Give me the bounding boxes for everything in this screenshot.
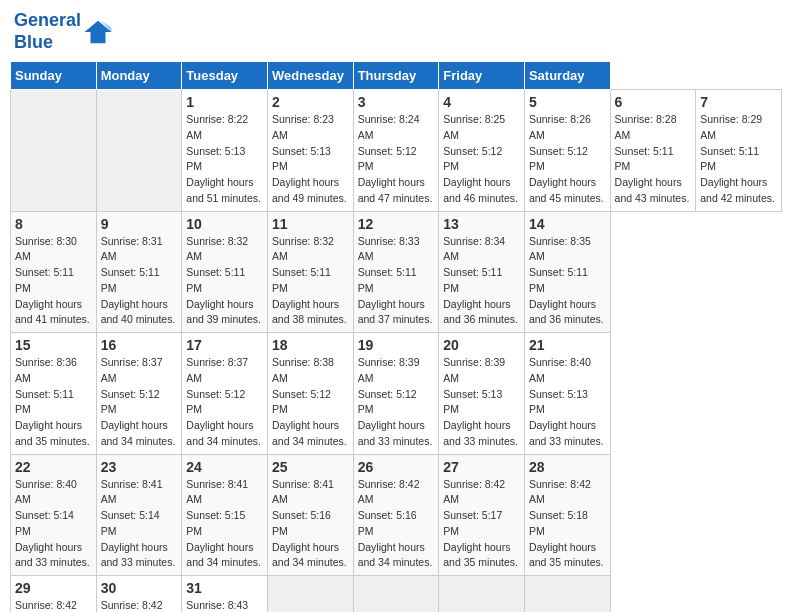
day-info: Sunrise: 8:26 AMSunset: 5:12 PMDaylight … (529, 112, 606, 207)
day-number: 18 (272, 337, 349, 353)
day-cell-7: 7 Sunrise: 8:29 AMSunset: 5:11 PMDayligh… (696, 90, 782, 212)
day-info: Sunrise: 8:30 AMSunset: 5:11 PMDaylight … (15, 234, 92, 329)
day-cell-2: 2 Sunrise: 8:23 AMSunset: 5:13 PMDayligh… (267, 90, 353, 212)
week-row-5: 29 Sunrise: 8:42 AMSunset: 5:19 PMDaylig… (11, 576, 782, 612)
week-row-1: 1 Sunrise: 8:22 AMSunset: 5:13 PMDayligh… (11, 90, 782, 212)
day-number: 8 (15, 216, 92, 232)
day-cell-9: 9 Sunrise: 8:31 AMSunset: 5:11 PMDayligh… (96, 211, 182, 333)
day-number: 17 (186, 337, 263, 353)
day-cell-15: 15 Sunrise: 8:36 AMSunset: 5:11 PMDaylig… (11, 333, 97, 455)
col-header-thursday: Thursday (353, 62, 439, 90)
day-number: 22 (15, 459, 92, 475)
logo-icon (83, 17, 113, 47)
day-cell-16: 16 Sunrise: 8:37 AMSunset: 5:12 PMDaylig… (96, 333, 182, 455)
day-info: Sunrise: 8:38 AMSunset: 5:12 PMDaylight … (272, 355, 349, 450)
day-number: 4 (443, 94, 520, 110)
day-cell-19: 19 Sunrise: 8:39 AMSunset: 5:12 PMDaylig… (353, 333, 439, 455)
day-number: 24 (186, 459, 263, 475)
day-cell-28: 28 Sunrise: 8:42 AMSunset: 5:18 PMDaylig… (524, 454, 610, 576)
day-cell-18: 18 Sunrise: 8:38 AMSunset: 5:12 PMDaylig… (267, 333, 353, 455)
day-cell-17: 17 Sunrise: 8:37 AMSunset: 5:12 PMDaylig… (182, 333, 268, 455)
day-number: 28 (529, 459, 606, 475)
empty-cell (439, 576, 525, 612)
day-cell-30: 30 Sunrise: 8:42 AMSunset: 5:19 PMDaylig… (96, 576, 182, 612)
day-number: 15 (15, 337, 92, 353)
day-number: 3 (358, 94, 435, 110)
day-info: Sunrise: 8:36 AMSunset: 5:11 PMDaylight … (15, 355, 92, 450)
day-info: Sunrise: 8:23 AMSunset: 5:13 PMDaylight … (272, 112, 349, 207)
day-number: 10 (186, 216, 263, 232)
day-cell-1: 1 Sunrise: 8:22 AMSunset: 5:13 PMDayligh… (182, 90, 268, 212)
day-cell-24: 24 Sunrise: 8:41 AMSunset: 5:15 PMDaylig… (182, 454, 268, 576)
day-info: Sunrise: 8:31 AMSunset: 5:11 PMDaylight … (101, 234, 178, 329)
day-number: 19 (358, 337, 435, 353)
day-info: Sunrise: 8:41 AMSunset: 5:14 PMDaylight … (101, 477, 178, 572)
day-cell-22: 22 Sunrise: 8:40 AMSunset: 5:14 PMDaylig… (11, 454, 97, 576)
week-row-2: 8 Sunrise: 8:30 AMSunset: 5:11 PMDayligh… (11, 211, 782, 333)
day-info: Sunrise: 8:34 AMSunset: 5:11 PMDaylight … (443, 234, 520, 329)
empty-cell (11, 90, 97, 212)
day-number: 2 (272, 94, 349, 110)
day-cell-25: 25 Sunrise: 8:41 AMSunset: 5:16 PMDaylig… (267, 454, 353, 576)
col-header-friday: Friday (439, 62, 525, 90)
day-cell-12: 12 Sunrise: 8:33 AMSunset: 5:11 PMDaylig… (353, 211, 439, 333)
day-info: Sunrise: 8:41 AMSunset: 5:15 PMDaylight … (186, 477, 263, 572)
day-number: 11 (272, 216, 349, 232)
day-info: Sunrise: 8:39 AMSunset: 5:12 PMDaylight … (358, 355, 435, 450)
logo: GeneralBlue (14, 10, 113, 53)
day-number: 7 (700, 94, 777, 110)
day-info: Sunrise: 8:37 AMSunset: 5:12 PMDaylight … (101, 355, 178, 450)
col-header-monday: Monday (96, 62, 182, 90)
day-info: Sunrise: 8:29 AMSunset: 5:11 PMDaylight … (700, 112, 777, 207)
day-number: 31 (186, 580, 263, 596)
day-number: 30 (101, 580, 178, 596)
day-number: 1 (186, 94, 263, 110)
col-header-sunday: Sunday (11, 62, 97, 90)
day-cell-23: 23 Sunrise: 8:41 AMSunset: 5:14 PMDaylig… (96, 454, 182, 576)
day-cell-27: 27 Sunrise: 8:42 AMSunset: 5:17 PMDaylig… (439, 454, 525, 576)
day-cell-31: 31 Sunrise: 8:43 AMSunset: 5:20 PMDaylig… (182, 576, 268, 612)
day-info: Sunrise: 8:41 AMSunset: 5:16 PMDaylight … (272, 477, 349, 572)
calendar-table: SundayMondayTuesdayWednesdayThursdayFrid… (10, 61, 782, 612)
day-number: 16 (101, 337, 178, 353)
day-cell-3: 3 Sunrise: 8:24 AMSunset: 5:12 PMDayligh… (353, 90, 439, 212)
day-cell-11: 11 Sunrise: 8:32 AMSunset: 5:11 PMDaylig… (267, 211, 353, 333)
day-number: 13 (443, 216, 520, 232)
day-cell-8: 8 Sunrise: 8:30 AMSunset: 5:11 PMDayligh… (11, 211, 97, 333)
day-number: 5 (529, 94, 606, 110)
day-cell-10: 10 Sunrise: 8:32 AMSunset: 5:11 PMDaylig… (182, 211, 268, 333)
day-info: Sunrise: 8:42 AMSunset: 5:16 PMDaylight … (358, 477, 435, 572)
week-row-3: 15 Sunrise: 8:36 AMSunset: 5:11 PMDaylig… (11, 333, 782, 455)
day-number: 29 (15, 580, 92, 596)
day-number: 9 (101, 216, 178, 232)
day-cell-4: 4 Sunrise: 8:25 AMSunset: 5:12 PMDayligh… (439, 90, 525, 212)
day-info: Sunrise: 8:35 AMSunset: 5:11 PMDaylight … (529, 234, 606, 329)
day-cell-13: 13 Sunrise: 8:34 AMSunset: 5:11 PMDaylig… (439, 211, 525, 333)
day-number: 21 (529, 337, 606, 353)
day-number: 6 (615, 94, 692, 110)
day-cell-6: 6 Sunrise: 8:28 AMSunset: 5:11 PMDayligh… (610, 90, 696, 212)
day-info: Sunrise: 8:24 AMSunset: 5:12 PMDaylight … (358, 112, 435, 207)
day-info: Sunrise: 8:42 AMSunset: 5:17 PMDaylight … (443, 477, 520, 572)
col-header-saturday: Saturday (524, 62, 610, 90)
day-info: Sunrise: 8:33 AMSunset: 5:11 PMDaylight … (358, 234, 435, 329)
day-number: 26 (358, 459, 435, 475)
page-header: GeneralBlue (10, 10, 782, 53)
header-row: SundayMondayTuesdayWednesdayThursdayFrid… (11, 62, 782, 90)
svg-marker-0 (85, 20, 112, 43)
empty-cell (524, 576, 610, 612)
day-cell-5: 5 Sunrise: 8:26 AMSunset: 5:12 PMDayligh… (524, 90, 610, 212)
day-number: 23 (101, 459, 178, 475)
day-number: 25 (272, 459, 349, 475)
day-number: 12 (358, 216, 435, 232)
week-row-4: 22 Sunrise: 8:40 AMSunset: 5:14 PMDaylig… (11, 454, 782, 576)
day-info: Sunrise: 8:39 AMSunset: 5:13 PMDaylight … (443, 355, 520, 450)
day-number: 20 (443, 337, 520, 353)
day-info: Sunrise: 8:22 AMSunset: 5:13 PMDaylight … (186, 112, 263, 207)
day-cell-21: 21 Sunrise: 8:40 AMSunset: 5:13 PMDaylig… (524, 333, 610, 455)
day-info: Sunrise: 8:40 AMSunset: 5:13 PMDaylight … (529, 355, 606, 450)
col-header-tuesday: Tuesday (182, 62, 268, 90)
logo-text: GeneralBlue (14, 10, 81, 53)
day-number: 27 (443, 459, 520, 475)
day-info: Sunrise: 8:37 AMSunset: 5:12 PMDaylight … (186, 355, 263, 450)
